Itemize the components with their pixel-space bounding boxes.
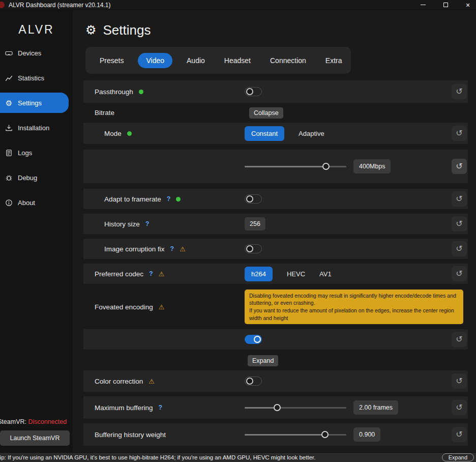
color-correction-label: Color correction <box>95 378 143 385</box>
sidebar-item-label: Debug <box>18 174 37 182</box>
maximum-buffering-slider[interactable] <box>245 403 346 412</box>
slider-track[interactable] <box>245 166 346 167</box>
page-header: ⚙ Settings <box>85 22 476 38</box>
close-button[interactable]: × <box>464 1 472 9</box>
sidebar-item-devices[interactable]: Devices <box>0 43 69 63</box>
buffering-history-weight-value-badge[interactable]: 0.900 <box>353 427 380 442</box>
sidebar-item-debug[interactable]: Debug <box>0 167 69 188</box>
passthrough-toggle[interactable] <box>245 87 262 96</box>
maximize-button[interactable] <box>441 1 450 9</box>
bitrate-label: Bitrate <box>95 109 114 117</box>
foveated-encoding-toggle[interactable] <box>245 335 262 344</box>
sidebar-item-about[interactable]: About <box>0 192 69 213</box>
settings-page: ⚙ Settings Presets Video Audio Headset C… <box>73 10 476 452</box>
mode-option-constant[interactable]: Constant <box>245 126 284 141</box>
maximum-buffering-value-badge[interactable]: 2.00 frames <box>353 400 398 415</box>
foveated-expand-button[interactable]: Expand <box>248 355 278 366</box>
download-icon <box>5 124 13 132</box>
chart-icon <box>5 74 13 82</box>
help-icon[interactable]: ? <box>145 220 150 227</box>
alvr-logo: ALVR <box>0 23 73 37</box>
color-correction-toggle[interactable] <box>245 377 262 386</box>
warning-icon: ⚠ <box>180 245 186 253</box>
preferred-codec-reset-button[interactable]: ↺ <box>452 266 467 281</box>
toggle-knob <box>246 88 253 95</box>
preferred-codec-label: Preferred codec <box>95 270 143 278</box>
setting-row-foveated-toggle: ↺ <box>83 329 468 350</box>
maximum-buffering-reset-button[interactable]: ↺ <box>452 400 467 415</box>
mode-option-adaptive[interactable]: Adaptive <box>299 126 324 141</box>
bitrate-value-badge[interactable]: 400Mbps <box>353 159 391 174</box>
tab-audio[interactable]: Audio <box>185 53 207 68</box>
slider-knob[interactable] <box>322 163 330 170</box>
color-correction-reset-button[interactable]: ↺ <box>452 373 467 389</box>
buffering-history-weight-reset-button[interactable]: ↺ <box>452 427 467 442</box>
warning-icon: ⚠ <box>159 270 165 278</box>
history-size-label: History size <box>104 220 140 228</box>
codec-option-h264[interactable]: h264 <box>245 267 273 281</box>
info-icon <box>5 199 13 207</box>
mode-reset-button[interactable]: ↺ <box>452 126 467 141</box>
logs-icon <box>5 149 13 157</box>
help-icon[interactable]: ? <box>167 195 171 203</box>
warning-icon: ⚠ <box>148 378 155 385</box>
statusbar-expand-button[interactable]: Expand <box>442 453 474 461</box>
foveated-encoding-reset-button[interactable]: ↺ <box>452 332 467 347</box>
slider-knob[interactable] <box>321 431 329 438</box>
tab-extra[interactable]: Extra <box>323 53 344 68</box>
sidebar-item-logs[interactable]: Logs <box>0 142 69 163</box>
slider-track[interactable] <box>245 407 346 409</box>
slider-knob[interactable] <box>274 404 281 411</box>
image-corruption-fix-reset-button[interactable]: ↺ <box>452 241 467 256</box>
image-corruption-fix-toggle[interactable] <box>245 244 262 253</box>
help-icon[interactable]: ? <box>159 404 163 411</box>
buffering-history-weight-label: Buffering history weight <box>95 431 166 439</box>
mode-segmented-control: Constant Adaptive <box>245 126 324 141</box>
help-icon[interactable]: ? <box>149 270 153 277</box>
codec-option-av1[interactable]: AV1 <box>319 267 332 281</box>
bitrate-slider[interactable] <box>245 162 346 170</box>
adapt-to-framerate-reset-button[interactable]: ↺ <box>452 191 467 207</box>
sidebar-item-settings[interactable]: ⚙ Settings <box>0 93 69 113</box>
sidebar-item-installation[interactable]: Installation <box>0 118 69 138</box>
codec-option-hevc[interactable]: HEVC <box>287 267 305 281</box>
tab-presets[interactable]: Presets <box>98 53 126 68</box>
help-icon[interactable]: ? <box>170 245 174 252</box>
history-size-reset-button[interactable]: ↺ <box>452 216 467 232</box>
app-icon <box>0 2 5 8</box>
modified-dot <box>127 131 132 136</box>
settings-rows: Passthrough ↺ Bitrate <box>83 80 468 446</box>
settings-tabs: Presets Video Audio Headset Connection E… <box>85 47 351 74</box>
adapt-to-framerate-toggle[interactable] <box>245 194 262 204</box>
sidebar-item-statistics[interactable]: Statistics <box>0 68 69 88</box>
tab-connection[interactable]: Connection <box>268 53 308 68</box>
mode-label: Mode <box>104 130 122 137</box>
sidebar-item-label: Logs <box>18 149 32 157</box>
sidebar-item-label: Settings <box>18 99 42 107</box>
history-size-value-badge[interactable]: 256 <box>245 217 265 230</box>
steamvr-status: Disconnected <box>28 418 67 425</box>
slider-track[interactable] <box>245 434 346 436</box>
setting-row-foveated-expand: Expand <box>83 354 468 367</box>
tab-video[interactable]: Video <box>138 53 172 68</box>
passthrough-reset-button[interactable]: ↺ <box>452 84 467 99</box>
sidebar-item-label: Devices <box>18 49 41 57</box>
maximum-buffering-label: Maximum buffering <box>95 404 153 412</box>
minimize-button[interactable] <box>419 1 427 9</box>
warning-icon: ⚠ <box>159 303 165 311</box>
bitrate-collapse-button[interactable]: Collapse <box>249 107 283 119</box>
bitrate-value-reset-button[interactable]: ↺ <box>452 159 467 174</box>
buffering-history-weight-slider[interactable] <box>245 430 346 439</box>
launch-steamvr-button[interactable]: Launch SteamVR <box>0 430 70 446</box>
headset-icon <box>5 49 13 57</box>
steamvr-status-line: SteamVR: Disconnected <box>0 418 70 425</box>
setting-row-passthrough: Passthrough ↺ <box>83 80 468 103</box>
sidebar-item-label: Statistics <box>18 74 44 82</box>
window-controls: × <box>419 1 476 9</box>
tab-headset[interactable]: Headset <box>222 53 253 68</box>
titlebar: ALVR Dashboard (streamer v20.14.1) × <box>0 0 476 10</box>
sidebar-item-label: Installation <box>18 124 49 132</box>
toggle-knob <box>246 378 253 385</box>
bug-icon <box>5 174 13 182</box>
setting-row-bitrate: Bitrate Collapse <box>83 103 468 123</box>
